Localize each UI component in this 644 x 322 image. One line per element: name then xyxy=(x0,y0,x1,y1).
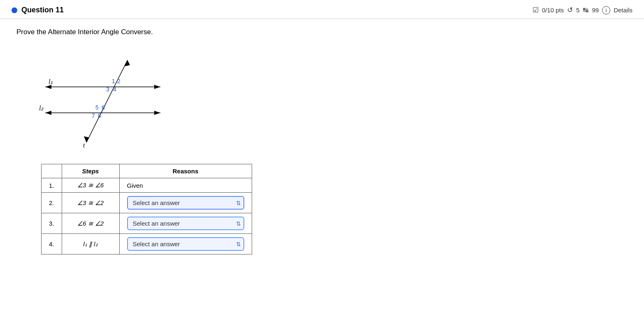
row-4-select-wrapper: Select an answer Given Vertical Angles T… xyxy=(127,237,244,251)
question-label: Question 11 xyxy=(21,6,64,14)
row-2-select-wrapper: Select an answer Given Vertical Angles T… xyxy=(127,196,244,210)
row-4-select[interactable]: Select an answer Given Vertical Angles T… xyxy=(127,237,244,251)
page-container: Question 11 ☑ 0/10 pts ↺ 5 ↹ 99 i Detail… xyxy=(0,0,644,322)
row-1-num: 1. xyxy=(42,178,62,193)
t-label: t xyxy=(83,142,85,149)
svg-marker-8 xyxy=(45,111,51,115)
details-link[interactable]: Details xyxy=(614,7,632,14)
angle-4-label: 4 xyxy=(113,86,116,93)
angle-8-label: 8 xyxy=(98,112,101,119)
row-4-num: 4. xyxy=(42,234,62,254)
history-count: 5 xyxy=(576,7,579,14)
angle-2-label: 2 xyxy=(117,78,120,84)
history-icon: ↺ xyxy=(567,6,573,14)
col-header-num xyxy=(42,164,62,178)
row-3-step: ∠6 ≅ ∠2 xyxy=(62,213,119,234)
info-icon: i xyxy=(602,6,610,14)
svg-line-0 xyxy=(86,60,127,142)
row-2-select[interactable]: Select an answer Given Vertical Angles T… xyxy=(127,196,244,210)
svg-marker-4 xyxy=(154,85,160,89)
prompt-text: Prove the Alternate Interior Angle Conve… xyxy=(16,28,628,36)
row-4-step: l₁ ∥ l₂ xyxy=(62,234,119,254)
question-dot xyxy=(12,7,17,13)
angle-5-label: 5 xyxy=(95,104,99,111)
row-4-reason: Select an answer Given Vertical Angles T… xyxy=(119,234,252,254)
proof-table: Steps Reasons 1. ∠3 ≅ ∠6 Given 2. ∠3 ≅ ∠… xyxy=(41,164,252,254)
angle-1-label: 1 xyxy=(112,78,115,84)
question-title: Question 11 xyxy=(12,6,64,14)
table-row: 4. l₁ ∥ l₂ Select an answer Given Vertic… xyxy=(42,234,252,254)
score-display: 0/10 pts xyxy=(542,7,564,14)
angle-6-label: 6 xyxy=(102,104,105,111)
row-3-reason: Select an answer Given Vertical Angles T… xyxy=(119,213,252,234)
table-row: 1. ∠3 ≅ ∠6 Given xyxy=(42,178,252,193)
question-header: Question 11 ☑ 0/10 pts ↺ 5 ↹ 99 i Detail… xyxy=(0,0,644,19)
row-1-step: ∠3 ≅ ∠6 xyxy=(62,178,119,193)
table-row: 3. ∠6 ≅ ∠2 Select an answer Given Vertic… xyxy=(42,213,252,234)
table-header-row: Steps Reasons xyxy=(42,164,252,178)
col-header-reasons: Reasons xyxy=(119,164,252,178)
diagram-svg: l₁ l₂ t 1 2 3 4 5 6 7 8 xyxy=(33,44,181,151)
row-1-reason: Given xyxy=(119,178,252,193)
svg-marker-7 xyxy=(154,111,160,115)
proof-table-wrap: Steps Reasons 1. ∠3 ≅ ∠6 Given 2. ∠3 ≅ ∠… xyxy=(41,164,628,254)
retry-count: 99 xyxy=(592,7,599,14)
row-2-step: ∠3 ≅ ∠2 xyxy=(62,193,119,213)
row-3-select-wrapper: Select an answer Given Vertical Angles T… xyxy=(127,217,244,230)
l1-label: l₁ xyxy=(49,78,53,85)
svg-marker-5 xyxy=(45,85,51,89)
row-3-num: 3. xyxy=(42,213,62,234)
table-row: 2. ∠3 ≅ ∠2 Select an answer Given Vertic… xyxy=(42,193,252,213)
retry-icon: ↹ xyxy=(583,6,588,14)
svg-marker-1 xyxy=(125,60,130,66)
row-3-select[interactable]: Select an answer Given Vertical Angles T… xyxy=(127,217,244,230)
diagram-area: l₁ l₂ t 1 2 3 4 5 6 7 8 xyxy=(33,44,181,151)
angle-3-label: 3 xyxy=(106,86,109,93)
row-2-reason: Select an answer Given Vertical Angles T… xyxy=(119,193,252,213)
check-icon: ☑ xyxy=(533,6,539,14)
col-header-steps: Steps xyxy=(62,164,119,178)
question-meta: ☑ 0/10 pts ↺ 5 ↹ 99 i Details xyxy=(533,6,632,14)
row-2-num: 2. xyxy=(42,193,62,213)
angle-7-label: 7 xyxy=(92,112,95,119)
question-body: Prove the Alternate Interior Angle Conve… xyxy=(0,19,644,254)
l2-label: l₂ xyxy=(39,105,44,112)
